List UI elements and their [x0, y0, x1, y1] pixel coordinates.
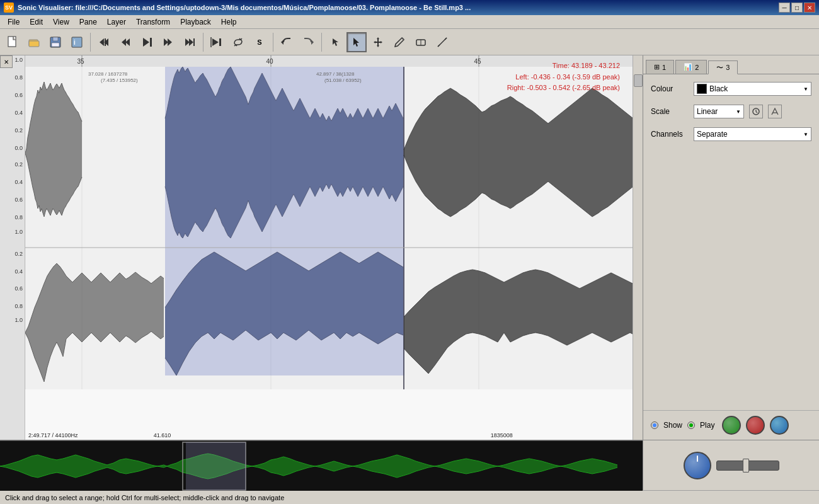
import-button[interactable]: i [67, 32, 87, 52]
draw-tool-button[interactable] [389, 32, 410, 52]
svg-line-29 [445, 38, 447, 40]
overview-right-panel [643, 440, 819, 490]
panel-bottom: Show Play [643, 410, 819, 440]
y-label-0-center: 0.0 [14, 145, 23, 151]
svg-marker-11 [122, 38, 126, 46]
scale-label: Scale [651, 107, 689, 116]
svg-text:40: 40 [266, 58, 273, 65]
scale-reset-button[interactable] [749, 105, 763, 118]
waveform-close-button[interactable]: ✕ [0, 55, 13, 68]
panel-tab-2-icon: 📊 [684, 63, 692, 71]
scale-dropdown[interactable]: Linear ▼ [694, 105, 744, 118]
scale-auto-button[interactable] [768, 105, 782, 118]
toolbar-sep-2 [203, 33, 203, 52]
y-label-bottom2: 1.0 [14, 317, 23, 323]
svg-rect-19 [193, 38, 195, 46]
toolbar-sep-1 [90, 33, 91, 52]
sample-count: 1835008 [491, 432, 513, 438]
rewind-button[interactable] [115, 32, 135, 52]
app-icon: SV [4, 3, 14, 13]
title-bar-left: SV Sonic Visualiser: file:///C:/Document… [4, 3, 471, 13]
move-tool-button[interactable] [368, 32, 388, 52]
scale-dropdown-arrow: ▼ [736, 109, 741, 115]
scrollbar-thumb[interactable] [634, 74, 643, 87]
menu-bar: File Edit View Pane Layer Transform Play… [0, 15, 819, 29]
waveform-svg[interactable]: 35 40 45 [25, 55, 633, 440]
measure-tool-button[interactable] [432, 32, 452, 52]
time-info-overlay: Time: 43.189 - 43.212 Left: -0.436 - 0.3… [507, 60, 620, 94]
panel-tab-2-label: 2 [695, 64, 699, 71]
right-panel: ⊞ 1 📊 2 〜 3 Colour Black ▼ [643, 55, 819, 440]
speed-knob[interactable] [684, 452, 711, 479]
save-button[interactable] [45, 32, 66, 52]
play-pause-button[interactable] [137, 32, 157, 52]
navigate-tool-button[interactable] [325, 32, 345, 52]
y-label-04c: 0.4 [14, 268, 23, 275]
forward-end-button[interactable] [180, 32, 200, 52]
menu-transform[interactable]: Transform [131, 16, 175, 28]
svg-marker-13 [143, 38, 149, 47]
panel-tab-1-label: 1 [662, 64, 666, 71]
menu-pane[interactable]: Pane [74, 16, 102, 28]
svg-rect-14 [150, 38, 152, 47]
vertical-scrollbar[interactable] [633, 55, 643, 440]
position-time: 41.610 [154, 432, 171, 438]
show-radio[interactable] [651, 421, 658, 429]
loop-button[interactable] [228, 32, 248, 52]
svg-text:45: 45 [474, 58, 481, 65]
redo-button[interactable] [298, 32, 318, 52]
y-label-08: 0.8 [14, 74, 23, 81]
colour-dropdown[interactable]: Black ▼ [694, 82, 811, 96]
menu-layer[interactable]: Layer [102, 16, 131, 28]
svg-text:42.897 / 38(1328: 42.897 / 38(1328 [316, 71, 355, 77]
play-radio[interactable] [687, 421, 695, 429]
menu-help[interactable]: Help [216, 16, 242, 28]
menu-view[interactable]: View [48, 16, 74, 28]
menu-playback[interactable]: Playback [175, 16, 216, 28]
play-volume-knob[interactable] [722, 416, 741, 435]
panel-tab-3-icon: 〜 [716, 63, 723, 72]
svg-rect-21 [219, 38, 221, 46]
overview-waveform[interactable] [0, 440, 643, 491]
overview-section [0, 440, 819, 490]
colour-dropdown-arrow: ▼ [803, 86, 808, 92]
svg-marker-23 [281, 40, 284, 45]
svg-text:37.028 / 1637278: 37.028 / 1637278 [88, 71, 128, 77]
y-label-bottom1: 1.0 [14, 229, 23, 235]
y-label-02b: 0.2 [14, 161, 23, 168]
maximize-button[interactable]: □ [791, 3, 803, 13]
panel-tab-2[interactable]: 📊 2 [675, 60, 707, 74]
svg-rect-2 [29, 41, 39, 47]
waveform-section: ✕ 1.0 0.8 0.6 0.4 0.2 0.0 0.2 0.4 0.6 0.… [0, 55, 643, 440]
close-button[interactable]: ✕ [804, 3, 815, 13]
open-button[interactable] [24, 32, 44, 52]
svg-text:(51.038 / 63952): (51.038 / 63952) [324, 77, 362, 83]
status-text: Click and drag to select a range; hold C… [5, 494, 284, 501]
menu-edit[interactable]: Edit [25, 16, 48, 28]
scale-row: Scale Linear ▼ [651, 105, 811, 118]
undo-button[interactable] [277, 32, 297, 52]
play-extra-knob[interactable] [770, 416, 789, 435]
minimize-button[interactable]: ─ [779, 3, 790, 13]
y-label-02: 0.2 [14, 127, 23, 134]
svg-marker-8 [100, 38, 104, 46]
title-bar-controls: ─ □ ✕ [779, 3, 815, 13]
volume-slider[interactable] [716, 461, 779, 471]
panel-tab-1[interactable]: ⊞ 1 [646, 60, 674, 74]
new-button[interactable] [3, 32, 23, 52]
erase-tool-button[interactable] [411, 32, 431, 52]
channels-dropdown[interactable]: Separate ▼ [694, 127, 811, 141]
select-tool-button[interactable] [346, 32, 367, 52]
volume-slider-thumb[interactable] [743, 459, 749, 472]
y-label-06: 0.6 [14, 92, 23, 98]
volume-slider-section [716, 461, 779, 471]
waveform-canvas[interactable]: Time: 43.189 - 43.212 Left: -0.436 - 0.3… [25, 55, 633, 440]
play-selection-button[interactable] [207, 32, 227, 52]
panel-tab-3-label: 3 [726, 64, 730, 71]
panel-tab-3[interactable]: 〜 3 [708, 60, 738, 74]
solo-button[interactable]: S [249, 32, 270, 52]
fast-forward-button[interactable] [158, 32, 178, 52]
menu-file[interactable]: File [3, 16, 25, 28]
play-pan-knob[interactable] [746, 416, 765, 435]
rewind-start-button[interactable] [94, 32, 114, 52]
